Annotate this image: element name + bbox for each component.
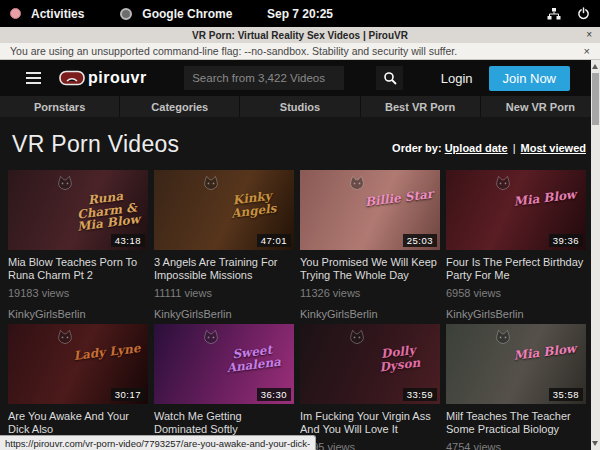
login-link[interactable]: Login — [441, 71, 473, 86]
video-thumbnail[interactable]: Lady Lyne 30:17 — [8, 324, 148, 404]
scroll-up-icon[interactable] — [592, 64, 598, 69]
search-icon — [383, 71, 397, 85]
browser-tab-strip: VR Porn: Virtual Reality Sex Videos | Pi… — [0, 27, 600, 43]
order-upload-date-link[interactable]: Upload date — [445, 142, 508, 154]
video-studio-link[interactable]: KinkyGirlsBerlin — [154, 308, 294, 320]
studio-watermark-icon — [56, 329, 74, 345]
video-views: 8795 views — [300, 441, 440, 450]
video-card[interactable]: Sweet Analena 36:30 Watch Me Getting Dom… — [154, 324, 294, 450]
video-thumbnail[interactable]: Billie Star 25:03 — [300, 170, 440, 250]
nav-item-categories[interactable]: Categories — [120, 96, 239, 117]
order-by-label: Order by: — [392, 142, 442, 154]
video-views: 4754 views — [446, 441, 586, 450]
order-by-controls: Order by: Upload date | Most viewed — [392, 142, 586, 158]
video-duration-badge: 43:18 — [111, 234, 145, 247]
video-duration-badge: 33:59 — [403, 388, 437, 401]
video-title-link[interactable]: 3 Angels Are Training For Impossible Mis… — [154, 256, 294, 282]
recording-indicator-icon — [10, 8, 21, 19]
video-studio-link[interactable]: KinkyGirlsBerlin — [8, 308, 148, 320]
thumbnail-overlay-text: Lady Lyne — [71, 342, 142, 363]
video-title-link[interactable]: You Promised We Will Keep Trying The Who… — [300, 256, 440, 282]
video-duration-badge: 36:30 — [257, 388, 291, 401]
network-icon[interactable] — [547, 8, 561, 20]
video-thumbnail[interactable]: Sweet Analena 36:30 — [154, 324, 294, 404]
main-nav: PornstarsCategoriesStudiosBest VR PornNe… — [0, 96, 600, 117]
infobar-message: You are using an unsupported command-lin… — [10, 45, 457, 57]
thumbnail-overlay-text: Billie Star — [363, 188, 434, 209]
studio-watermark-icon — [494, 329, 512, 345]
video-title-link[interactable]: Are You Awake And Your Dick Also — [8, 410, 148, 436]
video-title-link[interactable]: Milf Teaches The Teacher Some Practical … — [446, 410, 586, 436]
video-studio-link[interactable]: KinkyGirlsBerlin — [300, 308, 440, 320]
video-card[interactable]: Lady Lyne 30:17 Are You Awake And Your D… — [8, 324, 148, 450]
status-bar: https://pirouvr.com/vr-porn-video/779325… — [0, 435, 316, 450]
video-duration-badge: 25:03 — [403, 234, 437, 247]
video-views: 6958 views — [446, 287, 586, 299]
system-top-bar: Activities Google Chrome Sep 7 20:25 — [0, 0, 600, 27]
thumbnail-overlay-text: Runa Charm & Mia Blow — [70, 188, 144, 234]
video-duration-badge: 47:01 — [257, 234, 291, 247]
thumbnail-overlay-text: Kinky Angels — [217, 188, 290, 222]
video-card[interactable]: Dolly Dyson 33:59 Im Fucking Your Virgin… — [300, 324, 440, 450]
video-views: 19183 views — [8, 287, 148, 299]
tab-title[interactable]: VR Porn: Virtual Reality Sex Videos | Pi… — [0, 30, 600, 41]
studio-watermark-icon — [202, 175, 220, 191]
studio-watermark-icon — [494, 175, 512, 191]
video-card[interactable]: Mia Blow 35:58 Milf Teaches The Teacher … — [446, 324, 586, 450]
video-title-link[interactable]: Four Is The Perfect Birthday Party For M… — [446, 256, 586, 282]
infobar-close-icon[interactable]: × — [584, 45, 590, 57]
join-now-button[interactable]: Join Now — [489, 66, 570, 91]
thumbnail-overlay-text: Mia Blow — [509, 342, 580, 363]
nav-item-best-vr-porn[interactable]: Best VR Porn — [361, 96, 480, 117]
status-url: https://pirouvr.com/vr-porn-video/779325… — [5, 438, 310, 449]
order-separator: | — [511, 142, 518, 154]
menu-hamburger-icon[interactable] — [26, 72, 41, 84]
search-input[interactable] — [184, 66, 344, 90]
app-menu-button[interactable]: Google Chrome — [138, 7, 236, 21]
search-button[interactable] — [376, 66, 403, 90]
activities-button[interactable]: Activities — [27, 7, 88, 21]
video-thumbnail[interactable]: Kinky Angels 47:01 — [154, 170, 294, 250]
video-title-link[interactable]: Watch Me Getting Dominated Softly — [154, 410, 294, 436]
video-duration-badge: 30:17 — [111, 388, 145, 401]
scrollbar-thumb[interactable] — [592, 73, 599, 125]
video-title-link[interactable]: Mia Blow Teaches Porn To Runa Charm Pt 2 — [8, 256, 148, 282]
video-thumbnail[interactable]: Mia Blow 39:36 — [446, 170, 586, 250]
page-title: VR Porn Videos — [12, 131, 179, 158]
nav-item-studios[interactable]: Studios — [240, 96, 359, 117]
logo-text: pirouvr — [88, 69, 147, 87]
studio-watermark-icon — [56, 175, 74, 191]
video-thumbnail[interactable]: Mia Blow 35:58 — [446, 324, 586, 404]
video-grid: Runa Charm & Mia Blow 43:18 Mia Blow Tea… — [8, 170, 586, 450]
video-card[interactable]: Mia Blow 39:36 Four Is The Perfect Birth… — [446, 170, 586, 320]
video-thumbnail[interactable]: Runa Charm & Mia Blow 43:18 — [8, 170, 148, 250]
video-title-link[interactable]: Im Fucking Your Virgin Ass And You Will … — [300, 410, 440, 436]
video-duration-badge: 35:58 — [549, 388, 583, 401]
nav-item-pornstars[interactable]: Pornstars — [0, 96, 119, 117]
video-card[interactable]: Billie Star 25:03 You Promised We Will K… — [300, 170, 440, 320]
thumbnail-overlay-text: Dolly Dyson — [363, 342, 436, 376]
nav-item-new-vr-porn[interactable]: New VR Porn — [481, 96, 600, 117]
studio-watermark-icon — [348, 329, 366, 345]
studio-watermark-icon — [202, 329, 220, 345]
thumbnail-overlay-text: Mia Blow — [509, 188, 580, 209]
video-views: 11111 views — [154, 287, 294, 299]
video-card[interactable]: Kinky Angels 47:01 3 Angels Are Training… — [154, 170, 294, 320]
site-header: pirouvr Login Join Now — [0, 60, 600, 96]
vr-goggles-icon — [59, 70, 85, 86]
page-viewport: pirouvr Login Join Now PornstarsCategori… — [0, 60, 600, 450]
video-duration-badge: 39:36 — [549, 234, 583, 247]
video-views: 11326 views — [300, 287, 440, 299]
studio-watermark-icon — [348, 175, 366, 191]
video-studio-link[interactable]: KinkyGirlsBerlin — [446, 308, 586, 320]
power-icon[interactable] — [577, 7, 590, 20]
scrollbar[interactable] — [591, 60, 600, 450]
thumbnail-overlay-text: Sweet Analena — [217, 342, 290, 376]
video-card[interactable]: Runa Charm & Mia Blow 43:18 Mia Blow Tea… — [8, 170, 148, 320]
video-thumbnail[interactable]: Dolly Dyson 33:59 — [300, 324, 440, 404]
order-most-viewed-link[interactable]: Most viewed — [521, 142, 586, 154]
chrome-infobar: You are using an unsupported command-lin… — [0, 43, 600, 60]
scroll-down-icon[interactable] — [592, 441, 598, 446]
tab-close-icon[interactable]: × — [586, 30, 592, 40]
site-logo[interactable]: pirouvr — [59, 69, 147, 87]
